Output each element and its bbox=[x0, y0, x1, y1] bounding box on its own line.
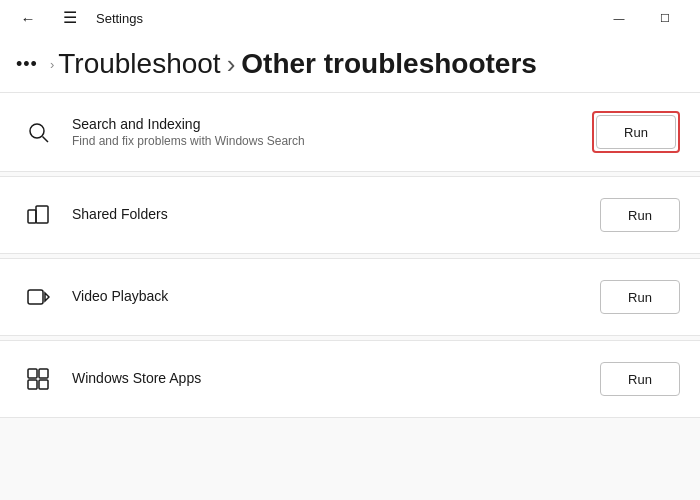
video-playback-title: Video Playback bbox=[72, 288, 600, 304]
svg-point-0 bbox=[30, 124, 44, 138]
video-playback-icon bbox=[20, 279, 56, 315]
windows-store-apps-icon bbox=[20, 361, 56, 397]
windows-store-apps-run-button[interactable]: Run bbox=[600, 362, 680, 396]
troubleshoot-list: Search and Indexing Find and fix problem… bbox=[0, 92, 700, 422]
title-bar-left: ← ☰ Settings bbox=[12, 2, 143, 34]
video-playback-text: Video Playback bbox=[72, 288, 600, 306]
video-playback-run-wrapper: Run bbox=[600, 280, 680, 314]
search-indexing-run-button[interactable]: Run bbox=[596, 115, 676, 149]
hamburger-icon: ☰ bbox=[63, 10, 77, 26]
search-indexing-desc: Find and fix problems with Windows Searc… bbox=[72, 134, 592, 148]
search-indexing-text: Search and Indexing Find and fix problem… bbox=[72, 116, 592, 148]
content-area: Search and Indexing Find and fix problem… bbox=[0, 92, 700, 500]
search-indexing-icon bbox=[20, 114, 56, 150]
svg-rect-2 bbox=[28, 210, 36, 223]
list-item: Windows Store Apps Run bbox=[0, 340, 700, 418]
hamburger-button[interactable]: ☰ bbox=[54, 2, 86, 34]
breadcrumb-other-troubleshooters: Other troubleshooters bbox=[241, 48, 537, 80]
svg-rect-5 bbox=[28, 290, 43, 304]
window-controls: — ☐ bbox=[596, 2, 688, 34]
shared-folders-run-wrapper: Run bbox=[600, 198, 680, 232]
title-bar: ← ☰ Settings — ☐ bbox=[0, 0, 700, 36]
windows-store-apps-title: Windows Store Apps bbox=[72, 370, 600, 386]
run-btn-highlight-border: Run bbox=[592, 111, 680, 153]
svg-line-1 bbox=[43, 137, 49, 143]
windows-store-apps-text: Windows Store Apps bbox=[72, 370, 600, 388]
shared-folders-run-button[interactable]: Run bbox=[600, 198, 680, 232]
shared-folders-icon bbox=[20, 197, 56, 233]
breadcrumb-chevron-2: › bbox=[227, 49, 236, 80]
list-item: Video Playback Run bbox=[0, 258, 700, 336]
nav-dots[interactable]: ••• bbox=[16, 54, 38, 75]
search-indexing-title: Search and Indexing bbox=[72, 116, 592, 132]
window-title: Settings bbox=[96, 11, 143, 26]
breadcrumb-chevron-1: › bbox=[50, 57, 54, 72]
back-button[interactable]: ← bbox=[12, 2, 44, 34]
search-indexing-run-wrapper: Run bbox=[592, 111, 680, 153]
settings-window: ← ☰ Settings — ☐ ••• › Troubleshoot › Ot… bbox=[0, 0, 700, 500]
video-playback-run-button[interactable]: Run bbox=[600, 280, 680, 314]
shared-folders-title: Shared Folders bbox=[72, 206, 600, 222]
breadcrumb-bar: ••• › Troubleshoot › Other troubleshoote… bbox=[0, 36, 700, 92]
svg-rect-8 bbox=[39, 369, 48, 378]
list-item: Search and Indexing Find and fix problem… bbox=[0, 92, 700, 172]
windows-store-apps-run-wrapper: Run bbox=[600, 362, 680, 396]
breadcrumb-troubleshoot[interactable]: Troubleshoot bbox=[58, 48, 220, 80]
svg-rect-7 bbox=[28, 369, 37, 378]
svg-rect-10 bbox=[39, 380, 48, 389]
svg-rect-9 bbox=[28, 380, 37, 389]
svg-rect-3 bbox=[36, 206, 48, 223]
svg-marker-6 bbox=[45, 293, 49, 301]
maximize-button[interactable]: ☐ bbox=[642, 2, 688, 34]
minimize-button[interactable]: — bbox=[596, 2, 642, 34]
list-item: Shared Folders Run bbox=[0, 176, 700, 254]
shared-folders-text: Shared Folders bbox=[72, 206, 600, 224]
